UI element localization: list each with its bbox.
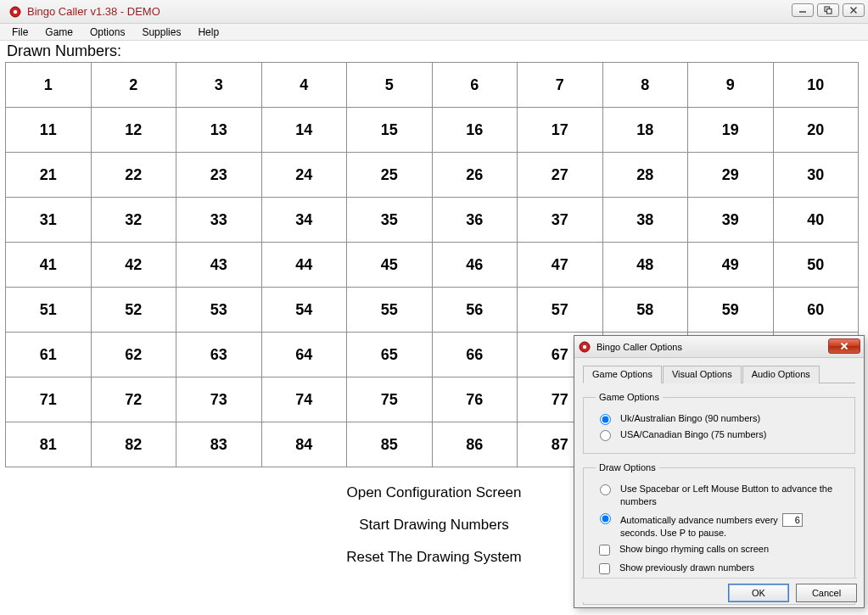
bingo-cell[interactable]: 34: [261, 198, 347, 243]
bingo-cell[interactable]: 37: [518, 198, 603, 243]
cancel-button[interactable]: Cancel: [796, 584, 857, 602]
bingo-cell[interactable]: 3: [176, 63, 262, 108]
bingo-cell[interactable]: 71: [6, 377, 92, 422]
bingo-cell[interactable]: 85: [347, 422, 433, 467]
bingo-cell[interactable]: 16: [432, 108, 518, 153]
bingo-cell[interactable]: 45: [347, 243, 433, 288]
maximize-button[interactable]: [817, 3, 839, 17]
bingo-cell[interactable]: 76: [432, 377, 518, 422]
bingo-cell[interactable]: 30: [773, 153, 859, 198]
bingo-cell[interactable]: 46: [432, 243, 518, 288]
bingo-cell[interactable]: 10: [773, 63, 859, 108]
bingo-cell[interactable]: 22: [91, 153, 176, 198]
bingo-cell[interactable]: 84: [261, 422, 347, 467]
ok-button[interactable]: OK: [728, 584, 789, 602]
bingo-cell[interactable]: 50: [773, 243, 859, 288]
bingo-cell[interactable]: 23: [176, 153, 262, 198]
bingo-cell[interactable]: 4: [261, 63, 347, 108]
bingo-cell[interactable]: 9: [688, 63, 774, 108]
bingo-cell[interactable]: 72: [91, 377, 176, 422]
bingo-cell[interactable]: 11: [6, 108, 92, 153]
bingo-cell[interactable]: 60: [773, 288, 859, 333]
bingo-cell[interactable]: 40: [773, 198, 859, 243]
radio-spacebar-advance[interactable]: [600, 484, 611, 495]
bingo-cell[interactable]: 18: [602, 108, 688, 153]
menu-supplies[interactable]: Supplies: [133, 25, 189, 40]
bingo-cell[interactable]: 48: [602, 243, 688, 288]
radio-auto-advance[interactable]: [600, 513, 611, 524]
bingo-cell[interactable]: 21: [6, 153, 92, 198]
bingo-cell[interactable]: 39: [688, 198, 774, 243]
bingo-cell[interactable]: 26: [432, 153, 518, 198]
check-show-rhyming[interactable]: [599, 545, 610, 556]
check-show-rhyming-label[interactable]: Show bingo rhyming calls on screen: [619, 543, 769, 556]
bingo-cell[interactable]: 83: [176, 422, 262, 467]
bingo-cell[interactable]: 63: [176, 333, 262, 377]
bingo-cell[interactable]: 2: [91, 63, 176, 108]
bingo-cell[interactable]: 12: [91, 108, 176, 153]
bingo-cell[interactable]: 29: [688, 153, 774, 198]
check-show-previous-label[interactable]: Show previously drawn numbers: [619, 562, 754, 574]
bingo-cell[interactable]: 5: [347, 63, 433, 108]
bingo-cell[interactable]: 19: [688, 108, 774, 153]
bingo-cell[interactable]: 15: [347, 108, 433, 153]
bingo-cell[interactable]: 62: [91, 333, 176, 377]
radio-us-bingo[interactable]: [600, 430, 611, 441]
bingo-cell[interactable]: 7: [518, 63, 603, 108]
bingo-cell[interactable]: 1: [6, 63, 92, 108]
bingo-cell[interactable]: 49: [688, 243, 774, 288]
bingo-cell[interactable]: 14: [261, 108, 347, 153]
bingo-cell[interactable]: 20: [773, 108, 859, 153]
bingo-cell[interactable]: 31: [6, 198, 92, 243]
radio-uk-bingo[interactable]: [600, 414, 611, 425]
check-show-previous[interactable]: [599, 563, 610, 574]
bingo-cell[interactable]: 35: [347, 198, 433, 243]
bingo-cell[interactable]: 42: [91, 243, 176, 288]
tab-audio-options[interactable]: Audio Options: [742, 366, 820, 383]
radio-us-bingo-label[interactable]: USA/Canadian Bingo (75 numbers): [620, 428, 766, 441]
bingo-cell[interactable]: 57: [518, 288, 603, 333]
auto-advance-seconds-input[interactable]: [782, 513, 803, 527]
bingo-cell[interactable]: 75: [347, 377, 433, 422]
bingo-cell[interactable]: 65: [347, 333, 433, 377]
bingo-cell[interactable]: 53: [176, 288, 262, 333]
bingo-cell[interactable]: 27: [518, 153, 603, 198]
bingo-cell[interactable]: 55: [347, 288, 433, 333]
bingo-cell[interactable]: 56: [432, 288, 518, 333]
tab-visual-options[interactable]: Visual Options: [663, 366, 742, 383]
bingo-cell[interactable]: 17: [518, 108, 603, 153]
tab-game-options[interactable]: Game Options: [583, 366, 662, 383]
dialog-close-button[interactable]: [828, 338, 860, 354]
bingo-cell[interactable]: 47: [518, 243, 603, 288]
bingo-cell[interactable]: 44: [261, 243, 347, 288]
menu-file[interactable]: File: [3, 25, 36, 40]
bingo-cell[interactable]: 61: [6, 333, 92, 377]
bingo-cell[interactable]: 86: [432, 422, 518, 467]
bingo-cell[interactable]: 66: [432, 333, 518, 377]
bingo-cell[interactable]: 24: [261, 153, 347, 198]
radio-auto-advance-label[interactable]: Automatically advance numbers every seco…: [620, 512, 804, 540]
radio-spacebar-advance-label[interactable]: Use Spacebar or Left Mouse Button to adv…: [620, 483, 846, 508]
bingo-cell[interactable]: 59: [688, 288, 774, 333]
bingo-cell[interactable]: 25: [347, 153, 433, 198]
bingo-cell[interactable]: 74: [261, 377, 347, 422]
menu-game[interactable]: Game: [36, 25, 81, 40]
minimize-button[interactable]: [792, 3, 814, 17]
bingo-cell[interactable]: 54: [261, 288, 347, 333]
bingo-cell[interactable]: 36: [432, 198, 518, 243]
menu-help[interactable]: Help: [189, 25, 227, 40]
bingo-cell[interactable]: 8: [602, 63, 688, 108]
bingo-cell[interactable]: 6: [432, 63, 518, 108]
menu-options[interactable]: Options: [81, 25, 133, 40]
bingo-cell[interactable]: 58: [602, 288, 688, 333]
bingo-cell[interactable]: 41: [6, 243, 92, 288]
bingo-cell[interactable]: 82: [91, 422, 176, 467]
bingo-cell[interactable]: 43: [176, 243, 262, 288]
bingo-cell[interactable]: 28: [602, 153, 688, 198]
bingo-cell[interactable]: 13: [176, 108, 262, 153]
radio-uk-bingo-label[interactable]: Uk/Australian Bingo (90 numbers): [620, 412, 760, 425]
close-button[interactable]: [843, 3, 865, 17]
bingo-cell[interactable]: 51: [6, 288, 92, 333]
bingo-cell[interactable]: 81: [6, 422, 92, 467]
bingo-cell[interactable]: 73: [176, 377, 262, 422]
